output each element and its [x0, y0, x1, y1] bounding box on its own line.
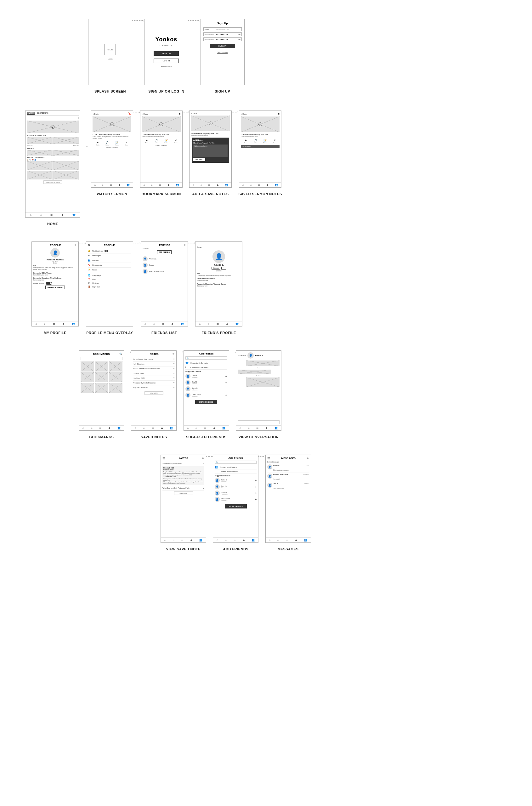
recent-thumb-3[interactable]	[27, 171, 53, 180]
bookmark-item-6[interactable]	[109, 372, 122, 382]
af-add-btn-4[interactable]: +	[255, 498, 257, 501]
tab-sermons[interactable]: SERMONS	[27, 112, 35, 115]
add-friend-btn-4[interactable]: +	[225, 394, 227, 397]
ms-nav-search[interactable]: ⌕	[277, 539, 279, 542]
an-nav-lib[interactable]: ☰	[208, 184, 210, 186]
password-input[interactable]: PASSWORD •••••••••• 👁	[203, 33, 242, 36]
note-item-4[interactable]: Comfort Food ∨	[133, 371, 175, 376]
add-friends-btn[interactable]: ADD FRIENDS	[157, 250, 172, 254]
menu-item-signout[interactable]: 🚪 Sign Out	[88, 285, 131, 289]
vsn-note-1[interactable]: Same Desire, New Levels ∨	[163, 461, 204, 466]
friend-item-2[interactable]: 👤 Jon A.	[142, 262, 186, 268]
suggested-item-3[interactable]: 👤 Sam R. Followers... +	[185, 386, 227, 392]
pf-nav-friends[interactable]: 👥	[72, 322, 75, 325]
an-nav-home[interactable]: ⌂	[193, 184, 194, 186]
af-suggested-3[interactable]: 👤 Sam R. Followers... +	[215, 490, 256, 496]
email-input[interactable]: EMAIL name@email.com	[203, 27, 242, 31]
nav-friends-icon[interactable]: 👥	[72, 213, 76, 216]
fl-nav-friends[interactable]: 👥	[181, 322, 184, 325]
watch-sermon-bookmark[interactable]: 🔖	[128, 112, 131, 115]
af-nav-home[interactable]: ⌂	[216, 539, 218, 542]
bookmark-item-8[interactable]	[95, 383, 108, 393]
action-share[interactable]: ↗ Share	[125, 141, 129, 146]
menu-item-notes[interactable]: 📝 Notes	[88, 268, 131, 272]
suggested-search[interactable]: 🔍	[185, 356, 227, 359]
nav-search-icon[interactable]: ⌕	[40, 213, 42, 216]
send-message-input[interactable]	[238, 420, 280, 424]
saved-notes-play[interactable]: ▶	[259, 123, 262, 126]
an-nav-profile[interactable]: ♟	[216, 184, 219, 186]
bk-nav-search[interactable]: ⌕	[151, 184, 153, 186]
bm-nav-friends[interactable]: 👥	[117, 427, 120, 429]
menu-close-icon[interactable]: ✕	[88, 243, 90, 247]
fp-nav-lib[interactable]: ☰	[216, 322, 219, 325]
fl-nav-search[interactable]: ⌕	[153, 322, 155, 325]
more-friends-btn[interactable]: MORE FRIENDS	[195, 400, 217, 404]
ws-nav-friends[interactable]: 👥	[127, 184, 130, 186]
bookmark-item-3[interactable]	[109, 361, 122, 372]
menu-item-bookmarks[interactable]: 🔖 Bookmarks	[88, 263, 131, 268]
note-item-2[interactable]: Holy Blessings ∨	[133, 362, 175, 367]
bk-action-notes[interactable]: 📝 Notes	[165, 139, 168, 144]
load-more-btn[interactable]: LOAD MORE SERMONS	[43, 181, 62, 184]
suggested-item-2[interactable]: 👤 Kay N. Followers... +	[185, 379, 227, 386]
add-friend-btn-3[interactable]: +	[225, 387, 227, 391]
an-nav-friends[interactable]: 👥	[225, 184, 228, 186]
bookmark-item-1[interactable]	[81, 361, 94, 372]
bookmark-item-2[interactable]	[95, 361, 108, 372]
nl-nav-profile[interactable]: ♟	[161, 427, 163, 429]
vsn-note-2[interactable]: What God Left Out: Flattened Faith ∨	[163, 486, 204, 490]
bookmark-item-9[interactable]	[109, 383, 122, 393]
note-item-5[interactable]: Hindsight 2020 ∨	[133, 376, 175, 381]
af-suggested-4[interactable]: 👤 Lisa Olsen Followers... +	[215, 496, 256, 503]
play-button[interactable]: ▶	[51, 125, 55, 129]
connect-contacts[interactable]: 👥 Connect with Contacts	[185, 361, 227, 365]
fp-nav-home[interactable]: ⌂	[199, 322, 201, 325]
sn-nav-home[interactable]: ⌂	[242, 184, 244, 186]
ws-nav-home[interactable]: ⌂	[94, 184, 96, 186]
message-item-1[interactable]: 👤 Amelia J. 8:47 Short preview message..…	[267, 464, 309, 473]
menu-item-help[interactable]: ❓ Help	[88, 277, 131, 281]
action-listen[interactable]: 🎵 Listen	[106, 141, 109, 146]
sermon-thumb-2[interactable]	[53, 137, 79, 144]
pf-nav-profile[interactable]: ♟	[62, 322, 64, 325]
friend-item-1[interactable]: 👤 Amelia J.	[142, 256, 186, 262]
note-item-6[interactable]: Protected By God's Presence ∨	[133, 381, 175, 386]
cv-nav-home[interactable]: ⌂	[240, 427, 241, 429]
nl-nav-search[interactable]: ⌕	[143, 427, 145, 429]
modal-content-area[interactable]: Add your note here...	[193, 145, 228, 157]
af-more-btn[interactable]: MORE FRIENDS	[225, 504, 247, 508]
sn-action-listen[interactable]: 🎵 Listen	[254, 139, 257, 144]
af-connect-facebook[interactable]: f Connect with Facebook	[215, 469, 256, 474]
fl-nav-home[interactable]: ⌂	[145, 322, 146, 325]
menu-item-friends[interactable]: 👥 Friends	[88, 258, 131, 263]
vsn-nav-search[interactable]: ⌕	[173, 539, 174, 542]
bk-nav-home[interactable]: ⌂	[144, 184, 145, 186]
nl-nav-lib[interactable]: ☰	[152, 427, 154, 429]
friend-more-btn[interactable]: •••	[221, 267, 226, 269]
bm-nav-lib[interactable]: ☰	[99, 427, 101, 429]
sn-action-watch[interactable]: ▶ Watch	[244, 139, 247, 144]
sf-nav-friends[interactable]: 👥	[222, 427, 225, 429]
friend-profile-back[interactable]: Done	[197, 246, 202, 248]
manage-account-btn[interactable]: MANAGE ACCOUNT	[45, 285, 65, 289]
bookmark-item-5[interactable]	[95, 372, 108, 382]
menu-item-settings[interactable]: ⚙ Settings	[88, 281, 131, 285]
notes-load-more[interactable]: LOAD MORE	[145, 391, 164, 395]
fp-nav-friends[interactable]: 👥	[235, 322, 239, 325]
af-add-btn-1[interactable]: +	[255, 479, 257, 482]
skip-link-2[interactable]: Skip for now	[203, 51, 242, 53]
ws-nav-lib[interactable]: ☰	[110, 184, 112, 186]
nav-library-icon[interactable]: ☰	[50, 213, 53, 216]
af-nav-profile[interactable]: ♟	[243, 539, 245, 542]
bookmark-back[interactable]: < Back	[142, 113, 148, 115]
action-watch[interactable]: ▶ Watch	[96, 141, 99, 146]
fl-nav-profile[interactable]: ♟	[171, 322, 173, 325]
bookmark-item-4[interactable]	[81, 372, 94, 382]
bm-nav-profile[interactable]: ♟	[108, 427, 111, 429]
bk-nav-profile[interactable]: ♟	[168, 184, 170, 186]
sn-action-notes[interactable]: 📝 Notes	[264, 139, 267, 144]
sf-nav-home[interactable]: ⌂	[187, 427, 189, 429]
an-nav-search[interactable]: ⌕	[201, 184, 202, 186]
message-friend-btn[interactable]: Message	[211, 267, 220, 269]
